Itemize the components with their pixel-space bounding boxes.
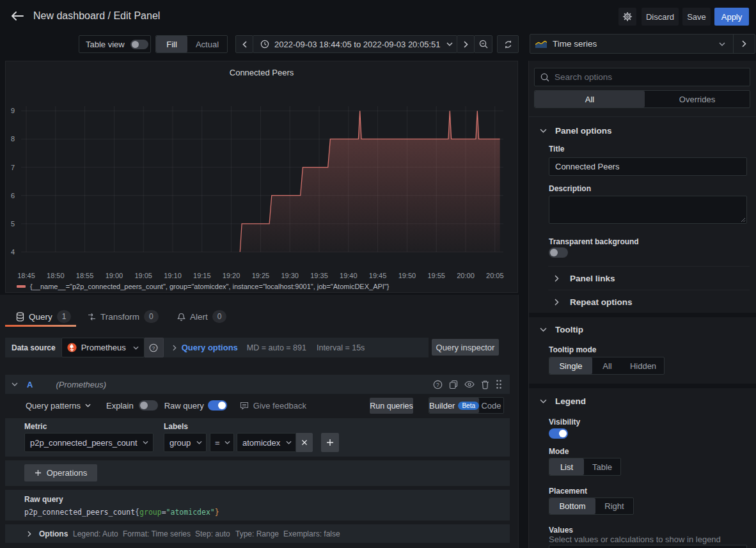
remove-label-button[interactable]	[296, 433, 313, 452]
section-legend[interactable]: Legend	[540, 396, 586, 406]
drag-handle-icon[interactable]	[496, 379, 502, 389]
actual-option[interactable]: Actual	[187, 36, 227, 52]
code-option[interactable]: Code	[479, 398, 503, 413]
chevron-right-icon	[173, 345, 177, 351]
options-title: Options	[39, 529, 68, 538]
svg-text:5: 5	[11, 220, 15, 228]
legend-mode-list[interactable]: List	[549, 458, 584, 475]
query-options-link[interactable]: Query options	[182, 343, 238, 352]
zoom-out-button[interactable]	[474, 35, 492, 53]
tab-query[interactable]: Query 1	[16, 308, 71, 325]
label-value-select[interactable]: atomicdex	[237, 433, 296, 452]
tab-alert-label: Alert	[190, 312, 208, 322]
label-name-value: group	[169, 438, 191, 448]
add-operation-label: Operations	[47, 468, 88, 478]
legend-series-label[interactable]: {__name__="p2p_connected_peers_count", g…	[30, 283, 389, 290]
duplicate-query-icon[interactable]	[449, 380, 458, 389]
time-series-chart[interactable]: 45678918:4518:5018:5519:0019:0519:1019:1…	[6, 61, 517, 292]
query-ref-id: A	[27, 380, 33, 389]
legend-mode-table[interactable]: Table	[584, 458, 620, 475]
fill-option[interactable]: Fill	[156, 36, 187, 52]
section-tooltip[interactable]: Tooltip	[540, 324, 583, 334]
time-forward-button[interactable]	[457, 35, 475, 53]
raw-query-toggle[interactable]	[208, 400, 227, 411]
query-inspector-button[interactable]: Query inspector	[432, 339, 499, 356]
section-legend-title: Legend	[555, 396, 586, 406]
apply-button[interactable]: Apply	[714, 8, 749, 26]
values-input[interactable]	[549, 545, 747, 548]
table-view-label: Table view	[86, 40, 125, 49]
tab-overrides[interactable]: Overrides	[645, 91, 750, 107]
section-repeat-options-title: Repeat options	[570, 297, 633, 307]
give-feedback-link[interactable]: Give feedback	[253, 401, 306, 411]
search-icon	[540, 73, 549, 82]
label-op-select[interactable]: =	[210, 433, 234, 452]
promql-value: "atomicdex"	[166, 508, 215, 517]
tab-alert-count: 0	[212, 310, 227, 323]
options-format: Format: Time series	[123, 529, 191, 538]
refresh-button[interactable]	[497, 35, 519, 53]
svg-text:19:55: 19:55	[427, 272, 445, 279]
raw-query-title: Raw query	[24, 495, 63, 504]
query-row-header[interactable]: A (Prometheus) ?	[5, 375, 510, 394]
mode-label: Mode	[549, 447, 569, 456]
refresh-icon	[503, 40, 513, 49]
visibility-toggle[interactable]	[549, 428, 568, 439]
tooltip-mode-all[interactable]: All	[592, 357, 622, 374]
chevron-down-icon	[133, 346, 139, 350]
plus-icon	[35, 469, 42, 476]
svg-text:?: ?	[152, 345, 155, 350]
time-back-button[interactable]	[235, 35, 253, 53]
discard-button[interactable]: Discard	[642, 8, 679, 26]
svg-text:18:45: 18:45	[17, 272, 35, 279]
panel-title-input[interactable]: Connected Peers	[549, 157, 747, 176]
values-desc: Select values or calculations to show in…	[549, 535, 721, 544]
section-panel-links[interactable]: Panel links	[555, 273, 615, 283]
tab-alert[interactable]: Alert 0	[177, 308, 226, 325]
legend-placement-right[interactable]: Right	[595, 498, 633, 514]
query-options-interval: Interval = 15s	[317, 343, 365, 352]
gear-icon	[622, 12, 633, 22]
section-panel-options[interactable]: Panel options	[540, 125, 612, 136]
time-range-button[interactable]: 2022-09-03 18:44:05 to 2022-09-03 20:05:…	[253, 35, 457, 53]
metric-select[interactable]: p2p_connected_peers_count	[24, 433, 154, 452]
datasource-picker[interactable]: Prometheus	[61, 338, 145, 357]
hide-query-icon[interactable]	[464, 380, 475, 388]
comment-icon	[240, 402, 249, 410]
fill-actual-group: Fill Actual	[155, 35, 228, 53]
explain-toggle[interactable]	[139, 400, 158, 411]
operations-block: Operations	[5, 460, 510, 486]
table-view-toggle[interactable]	[130, 40, 148, 49]
settings-button[interactable]	[618, 8, 636, 26]
query-options-row[interactable]: Options Legend: Auto Format: Time series…	[5, 524, 510, 543]
tab-transform[interactable]: Transform 0	[88, 308, 159, 325]
transparent-bg-toggle[interactable]	[549, 247, 568, 258]
section-repeat-options[interactable]: Repeat options	[555, 297, 633, 307]
back-button[interactable]	[8, 7, 27, 25]
builder-option[interactable]: Builder Beta	[429, 398, 479, 413]
chevron-right-icon	[28, 531, 31, 537]
tab-all[interactable]: All	[535, 91, 645, 107]
add-operation-button[interactable]: Operations	[24, 464, 97, 481]
datasource-help-button[interactable]: ?	[145, 338, 164, 357]
legend-placement-bottom[interactable]: Bottom	[549, 498, 595, 514]
svg-text:19:10: 19:10	[164, 272, 182, 279]
tooltip-mode-hidden[interactable]: Hidden	[622, 357, 664, 374]
viz-expand-button[interactable]	[734, 34, 755, 54]
run-queries-button[interactable]: Run queries	[370, 398, 413, 414]
svg-text:19:05: 19:05	[134, 272, 152, 279]
search-options-input[interactable]: Search options	[534, 68, 750, 86]
add-label-button[interactable]	[321, 433, 339, 452]
raw-query-label: Raw query	[164, 401, 204, 411]
description-textarea[interactable]	[549, 196, 747, 224]
tooltip-mode-single[interactable]: Single	[549, 357, 592, 374]
label-name-select[interactable]: group	[164, 433, 207, 452]
pane-divider[interactable]	[518, 295, 519, 548]
zoom-out-icon	[479, 40, 488, 49]
viz-picker[interactable]: Time series	[530, 34, 755, 54]
query-patterns-button[interactable]: Query patterns	[26, 401, 81, 411]
delete-query-icon[interactable]	[481, 380, 489, 389]
save-button[interactable]: Save	[682, 8, 711, 26]
chart-panel: Connected Peers 45678918:4518:5018:5519:…	[5, 61, 518, 293]
query-help-icon[interactable]: ?	[433, 380, 443, 389]
